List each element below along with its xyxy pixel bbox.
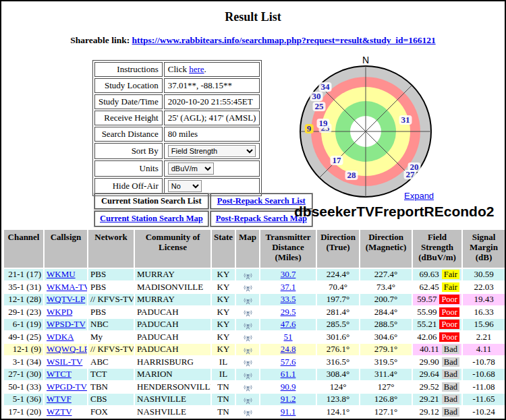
state-cell: KY bbox=[212, 294, 235, 305]
callsign-link[interactable]: WPGD-TV bbox=[47, 382, 87, 392]
current-station-search-map-link[interactable]: Current Station Search Map bbox=[100, 214, 203, 223]
distance-link[interactable]: 24.8 bbox=[281, 344, 296, 354]
expand-link[interactable]: Expand bbox=[404, 191, 434, 201]
network-cell: PBS bbox=[88, 269, 134, 280]
callsign-link[interactable]: WSIL-TV bbox=[47, 357, 82, 367]
map-link[interactable] bbox=[243, 282, 253, 292]
state-cell: IL bbox=[212, 369, 235, 380]
station-row-wpgd-tv: 50-1 (33)WPGD-TVTBNHENDERSONVILLETN90.91… bbox=[4, 382, 505, 393]
distance-link[interactable]: 51 bbox=[284, 332, 293, 342]
distance-link[interactable]: 61.1 bbox=[281, 369, 296, 379]
map-link[interactable] bbox=[243, 332, 253, 342]
distance-link[interactable]: 47.6 bbox=[281, 319, 296, 329]
map-link[interactable] bbox=[243, 357, 253, 367]
distance-link[interactable]: 37.1 bbox=[281, 282, 296, 292]
field-strength-value: 55.21 bbox=[417, 319, 437, 329]
shareable-link-row: Shareable link: https://www.rabbitears.i… bbox=[1, 35, 505, 46]
field-strength-cell: 55.99Poor bbox=[413, 307, 461, 318]
study-location-value: 37.01**, -88.15** bbox=[164, 78, 260, 93]
hide-offair-select[interactable]: No bbox=[168, 180, 202, 192]
study-form-table: Instructions Click here. Study Location … bbox=[92, 60, 262, 196]
distance-link[interactable]: 91.2 bbox=[281, 394, 296, 404]
map-link[interactable] bbox=[243, 269, 253, 279]
direction-true-cell: 123.8° bbox=[317, 394, 359, 405]
receive-height-label: Receive Height bbox=[94, 111, 163, 125]
callsign-link[interactable]: WTCT bbox=[47, 369, 72, 379]
distance-link[interactable]: 90.9 bbox=[281, 382, 296, 392]
col-header-distance: Transmitter Distance (Miles) bbox=[260, 230, 316, 268]
instructions-suffix: . bbox=[204, 64, 206, 74]
callsign-link[interactable]: WKMU bbox=[47, 269, 76, 279]
state-cell: KY bbox=[212, 319, 235, 330]
quality-badge: Poor bbox=[439, 295, 459, 304]
current-station-search-list-button[interactable]: Current Station Search List bbox=[94, 193, 208, 209]
direction-magnetic-cell: 311.4° bbox=[360, 369, 412, 380]
direction-magnetic-cell: 127° bbox=[360, 382, 412, 393]
signal-margin-cell: 16.33 bbox=[463, 307, 505, 318]
callsign-link[interactable]: WQTV-LP bbox=[47, 294, 85, 304]
distance-link[interactable]: 33.5 bbox=[281, 294, 296, 304]
instructions-label: Instructions bbox=[94, 62, 163, 77]
map-link[interactable] bbox=[243, 394, 253, 404]
direction-true-cell: 70.4° bbox=[317, 282, 359, 293]
post-repack-search-map-link[interactable]: Post-Repack Search Map bbox=[216, 214, 307, 223]
signal-margin-cell: -10.78 bbox=[463, 357, 505, 368]
callsign-cell: WTVF bbox=[45, 394, 87, 405]
map-link[interactable] bbox=[243, 344, 253, 354]
search-distance-label: Search Distance bbox=[94, 127, 163, 142]
channel-cell: 50-1 (33) bbox=[4, 382, 43, 393]
callsign-link[interactable]: WKMA-TV bbox=[47, 282, 87, 292]
distance-cell: 61.1 bbox=[260, 369, 316, 380]
quality-badge: Bad bbox=[442, 369, 459, 379]
station-row-wztv: 17-1 (20)WZTVFOXNASHVILLETN91.1124.1°127… bbox=[4, 407, 505, 418]
callsign-link[interactable]: WTVF bbox=[47, 394, 72, 404]
map-cell bbox=[236, 344, 259, 355]
state-cell: TN bbox=[212, 394, 235, 405]
field-strength-value: 29.90 bbox=[420, 357, 439, 367]
direction-magnetic-cell: 200.7° bbox=[360, 294, 412, 305]
map-link[interactable] bbox=[243, 382, 253, 392]
quality-badge: Bad bbox=[442, 344, 459, 354]
post-repack-search-list-link[interactable]: Post-Repack Search List bbox=[217, 196, 306, 206]
quality-badge: Bad bbox=[442, 357, 459, 367]
distance-link[interactable]: 91.1 bbox=[281, 407, 296, 417]
map-link[interactable] bbox=[243, 319, 253, 329]
shareable-link-url[interactable]: https://www.rabbitears.info/searchmap.ph… bbox=[132, 35, 436, 45]
map-cell bbox=[236, 332, 259, 343]
map-link[interactable] bbox=[243, 307, 253, 317]
broadcast-antenna-icon bbox=[243, 271, 253, 280]
north-label: N bbox=[300, 55, 432, 65]
callsign-link[interactable]: WDKA bbox=[47, 332, 74, 342]
callsign-link[interactable]: WPSD-TV bbox=[47, 319, 86, 329]
distance-cell: 57.6 bbox=[260, 357, 316, 368]
station-marker-27: 27 bbox=[404, 170, 417, 179]
study-datetime-value: 2020-10-20 21:55:45ET bbox=[164, 94, 260, 109]
map-cell bbox=[236, 369, 259, 380]
signal-margin-cell: -11.65 bbox=[463, 394, 505, 405]
callsign-link[interactable]: WQWQ-LP bbox=[47, 344, 87, 354]
station-marker-30: 30 bbox=[310, 92, 323, 101]
sort-by-select[interactable]: Field Strength bbox=[168, 145, 256, 157]
units-select[interactable]: dBuV/m bbox=[168, 162, 214, 175]
map-cell bbox=[236, 294, 259, 305]
state-cell: TN bbox=[212, 407, 235, 418]
community-cell: MARION bbox=[135, 369, 210, 380]
callsign-link[interactable]: WKPD bbox=[47, 307, 72, 317]
quality-badge: Poor bbox=[439, 332, 459, 342]
callsign-cell: WSIL-TV bbox=[45, 357, 87, 368]
map-link[interactable] bbox=[243, 369, 253, 379]
callsign-link[interactable]: WZTV bbox=[47, 407, 72, 417]
network-cell: PBS bbox=[88, 282, 134, 293]
distance-link[interactable]: 29.5 bbox=[281, 307, 296, 317]
broadcast-antenna-icon bbox=[243, 383, 253, 392]
quality-badge: Bad bbox=[442, 394, 459, 404]
broadcast-antenna-icon bbox=[243, 408, 253, 417]
map-link[interactable] bbox=[243, 294, 253, 304]
broadcast-antenna-icon bbox=[243, 371, 253, 380]
instructions-here-link[interactable]: here bbox=[189, 64, 204, 74]
result-list-page: { "page": { "title": "Result List" }, "s… bbox=[0, 0, 506, 420]
distance-link[interactable]: 57.6 bbox=[281, 357, 296, 367]
direction-magnetic-cell: 319.5° bbox=[360, 357, 412, 368]
map-link[interactable] bbox=[243, 407, 253, 417]
distance-link[interactable]: 30.7 bbox=[281, 269, 296, 279]
